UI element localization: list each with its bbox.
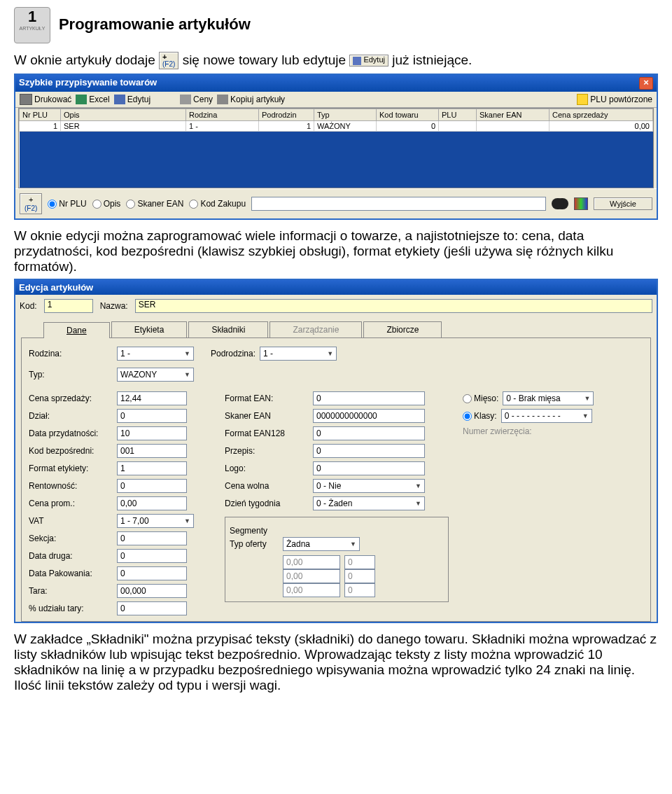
vat-select[interactable]: 1 - 7,00▼	[117, 514, 194, 528]
search-icon[interactable]	[552, 198, 564, 209]
titlebar: Edycja artykułów	[15, 280, 657, 295]
yellow-square-icon	[577, 94, 588, 105]
nazwa-field[interactable]: SER	[135, 299, 652, 313]
udz-field[interactable]: 0	[117, 601, 187, 615]
col-header[interactable]: Rodzina	[186, 109, 259, 121]
cell-plu2[interactable]	[439, 121, 477, 132]
f128-field[interactable]: 0	[313, 426, 425, 440]
add-button-inline[interactable]: + (F2)	[159, 52, 178, 69]
col-header[interactable]: Nr PLU	[20, 109, 61, 121]
datap-field[interactable]: 0	[117, 566, 187, 580]
col-header[interactable]: Podrodzin	[259, 109, 314, 121]
edit-button-inline[interactable]: Edytuj	[349, 55, 388, 66]
table-row[interactable]: 1 SER 1 - 1 WAŻONY 0 0,00	[20, 121, 653, 132]
sean-field[interactable]: 0000000000000	[313, 409, 425, 423]
sek-label: Sekcja:	[29, 534, 113, 543]
para1-c: już istniejące.	[392, 53, 472, 67]
add-f2-button[interactable]: + (F2)	[20, 193, 42, 214]
klasy-radio[interactable]: Klasy:	[463, 411, 497, 421]
tab-skladniki[interactable]: Składniki	[188, 321, 268, 337]
filter-kodzakupu[interactable]: Kod Zakupu	[189, 199, 246, 209]
fean-field[interactable]: 0	[313, 391, 425, 405]
filter-skanerean[interactable]: Skaner EAN	[126, 199, 183, 209]
edit-button[interactable]: Edytuj	[114, 95, 150, 104]
mieso-radio[interactable]: Mięso:	[463, 393, 498, 403]
prices-button[interactable]: Ceny	[180, 95, 213, 104]
col-header[interactable]: Skaner EAN	[477, 109, 550, 121]
filter-opis[interactable]: Opis	[92, 199, 121, 209]
dzial-field[interactable]: 0	[117, 409, 187, 423]
col-header[interactable]: Typ	[314, 109, 377, 121]
excel-button[interactable]: Excel	[76, 95, 109, 104]
kod-field[interactable]: 1	[44, 299, 93, 313]
search-input[interactable]	[251, 197, 546, 211]
print-icon	[20, 94, 32, 105]
cell-podrodzin[interactable]: 1	[259, 121, 314, 132]
close-icon[interactable]: ×	[639, 77, 653, 90]
rent-label: Rentowność:	[29, 481, 113, 491]
chevron-down-icon: ▼	[415, 482, 421, 489]
rodzina-select[interactable]: 1 -▼	[117, 347, 194, 361]
seg-b2[interactable]: 0	[344, 569, 375, 583]
plu-repeated-indicator: PLU powtórzone	[577, 94, 652, 105]
prom-field[interactable]: 0,00	[117, 496, 187, 510]
cell-opis[interactable]: SER	[61, 121, 186, 132]
seg-a1[interactable]: 0,00	[283, 555, 340, 569]
seg-a2[interactable]: 0,00	[283, 569, 340, 583]
mieso-select[interactable]: 0 - Brak mięsa▼	[503, 391, 594, 405]
klasy-select[interactable]: 0 - - - - - - - - - -▼	[501, 409, 592, 423]
copy-articles-button[interactable]: Kopiuj artykuły	[217, 95, 285, 104]
print-button[interactable]: Drukować	[20, 94, 71, 105]
seg-b3[interactable]: 0	[344, 583, 375, 597]
dt-select[interactable]: 0 - Żaden▼	[313, 496, 425, 510]
articles-grid[interactable]: Nr PLU Opis Rodzina Podrodzin Typ Kod to…	[18, 108, 654, 188]
kodb-field[interactable]: 001	[117, 444, 187, 458]
nazwa-label: Nazwa:	[100, 301, 128, 311]
col-header[interactable]: Cena sprzedaży	[550, 109, 653, 121]
podrodzina-select[interactable]: 1 -▼	[260, 347, 337, 361]
cell-typ[interactable]: WAŻONY	[314, 121, 377, 132]
cell-rodzina[interactable]: 1 -	[186, 121, 259, 132]
cell-kod[interactable]: 0	[377, 121, 439, 132]
tab-dane[interactable]: Dane	[43, 322, 110, 338]
tara-label: Tara:	[29, 586, 113, 596]
datad-field[interactable]: 0	[117, 549, 187, 563]
filter-nrplu[interactable]: Nr PLU	[48, 199, 86, 209]
excel-icon	[76, 95, 87, 104]
color-icon[interactable]	[574, 197, 588, 210]
f2-hint: (F2)	[162, 61, 175, 68]
col-header[interactable]: PLU	[439, 109, 477, 121]
dataprz-field[interactable]: 10	[117, 426, 187, 440]
cell-plu[interactable]: 1	[20, 121, 61, 132]
cw-label: Cena wolna	[225, 481, 309, 491]
typ-select[interactable]: WAZONY▼	[117, 368, 194, 382]
exit-button[interactable]: Wyjście	[594, 197, 652, 210]
section-heading: Programowanie artykułów	[59, 15, 251, 34]
tab-zarzadzanie: Zarządzanie	[270, 321, 362, 337]
seg-a3[interactable]: 0,00	[283, 583, 340, 597]
cw-select[interactable]: 0 - Nie▼	[313, 479, 425, 493]
col-header[interactable]: Opis	[61, 109, 186, 121]
tara-field[interactable]: 00,000	[117, 584, 187, 598]
f2-hint: (F2)	[24, 204, 37, 212]
to-select[interactable]: Żadna▼	[283, 537, 360, 551]
cell-ean[interactable]	[477, 121, 550, 132]
toolbar: Drukować Excel Edytuj Ceny Kopiuj artyku…	[15, 92, 657, 108]
sek-field[interactable]: 0	[117, 531, 187, 545]
rent-field[interactable]: 0	[117, 479, 187, 493]
kodb-label: Kod bezpośredni:	[29, 446, 113, 456]
cell-cena[interactable]: 0,00	[550, 121, 653, 132]
f128-label: Format EAN128	[225, 429, 309, 438]
tab-etykieta[interactable]: Etykieta	[111, 321, 188, 337]
prz-field[interactable]: 0	[313, 444, 425, 458]
cena-field[interactable]: 12,44	[117, 391, 187, 405]
fmt-field[interactable]: 1	[117, 461, 187, 475]
podrodzina-label: Podrodzina:	[211, 349, 255, 358]
cena-label: Cena sprzedaży:	[29, 393, 113, 403]
logo-field[interactable]: 0	[313, 461, 425, 475]
kod-label: Kod:	[20, 301, 37, 311]
tab-zbiorcze[interactable]: Zbiorcze	[363, 321, 442, 337]
col-header[interactable]: Kod towaru	[377, 109, 439, 121]
seg-b1[interactable]: 0	[344, 555, 375, 569]
article-icon: 1 ARTYKUŁY	[14, 7, 50, 43]
